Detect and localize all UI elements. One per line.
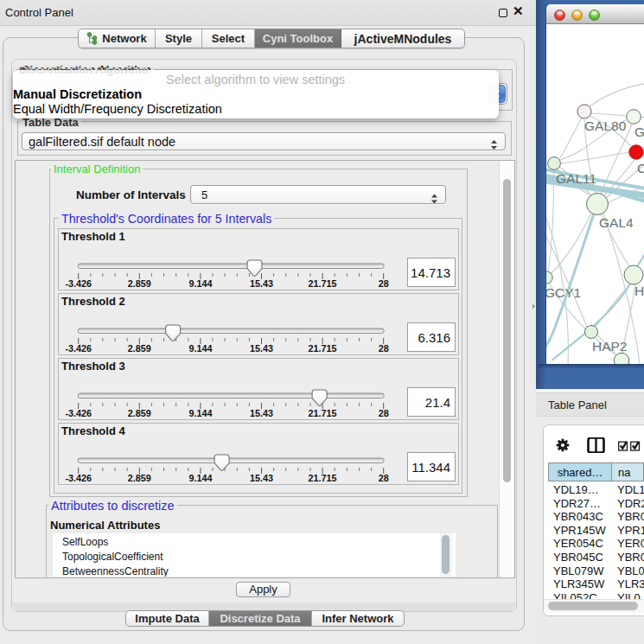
svg-text:GAL80: GAL80 [584, 118, 627, 133]
svg-text:GAL11: GAL11 [556, 171, 596, 186]
svg-text:2.859: 2.859 [128, 343, 151, 354]
svg-text:15.43: 15.43 [250, 343, 273, 354]
svg-text:9.144: 9.144 [188, 278, 212, 289]
svg-text:GA: GA [634, 124, 644, 139]
svg-text:GAL4: GAL4 [599, 215, 634, 230]
svg-text:15.43: 15.43 [250, 473, 273, 483]
svg-text:-3.426: -3.426 [65, 408, 92, 418]
svg-text:28: 28 [379, 343, 389, 354]
svg-text:9.144: 9.144 [188, 408, 212, 418]
svg-text:-3.426: -3.426 [65, 343, 92, 354]
svg-text:-3.426: -3.426 [65, 473, 92, 483]
svg-text:21.715: 21.715 [309, 408, 337, 418]
svg-text:28: 28 [379, 473, 389, 483]
svg-text:21.715: 21.715 [309, 343, 337, 354]
svg-text:2.859: 2.859 [128, 278, 151, 289]
svg-text:H: H [634, 284, 644, 298]
svg-text:HAP2: HAP2 [592, 339, 628, 354]
svg-text:GCY1: GCY1 [546, 285, 581, 300]
svg-text:15.43: 15.43 [250, 408, 273, 418]
svg-text:15.43: 15.43 [250, 278, 273, 289]
svg-text:21.715: 21.715 [309, 473, 337, 483]
svg-text:28: 28 [379, 278, 389, 289]
svg-text:2.859: 2.859 [128, 473, 151, 483]
svg-text:28: 28 [379, 408, 389, 418]
svg-text:9.144: 9.144 [188, 473, 212, 483]
svg-text:21.715: 21.715 [309, 278, 337, 289]
svg-text:-3.426: -3.426 [65, 278, 92, 289]
svg-text:C: C [637, 161, 644, 175]
svg-text:9.144: 9.144 [188, 343, 212, 354]
svg-text:2.859: 2.859 [128, 408, 151, 418]
